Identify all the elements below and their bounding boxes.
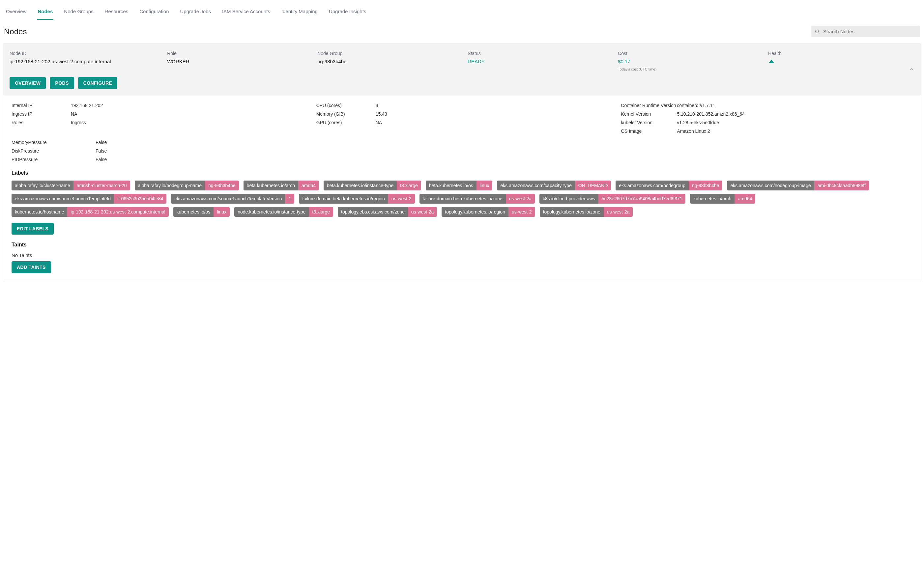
label-value: us-west-2a	[408, 207, 437, 217]
details-mid-column: CPU (cores)4Memory (GiB)15.43GPU (cores)…	[316, 103, 608, 134]
label-value: us-west-2	[388, 194, 415, 204]
summary-node-id: Node ID ip-192-168-21-202.us-west-2.comp…	[9, 51, 163, 71]
detail-value: 5.10.210-201.852.amzn2.x86_64	[677, 111, 912, 116]
pressure-label: MemoryPressure	[12, 140, 95, 145]
label-chip: kubernetes.io/hostnameip-192-168-21-202.…	[12, 207, 169, 217]
node-details: Internal IP192.168.21.202Ingress IPNARol…	[3, 95, 921, 281]
detail-label: GPU (cores)	[316, 120, 375, 125]
label-key: failure-domain.beta.kubernetes.io/region	[299, 194, 388, 204]
pods-button[interactable]: PODS	[50, 77, 74, 89]
label-key: kubernetes.io/os	[173, 207, 214, 217]
label-key: beta.kubernetes.io/os	[426, 181, 477, 190]
tabs-bar: OverviewNodesNode GroupsResourcesConfigu…	[3, 3, 921, 20]
pressure-value: False	[95, 148, 912, 153]
detail-value: 15.43	[375, 111, 608, 116]
search-input[interactable]	[811, 26, 920, 37]
label-value: amrish-cluster-march-20	[74, 181, 130, 190]
tab-iam-service-accounts[interactable]: IAM Service Accounts	[221, 6, 271, 20]
label-value: linux	[213, 207, 230, 217]
add-taints-button[interactable]: ADD TAINTS	[12, 261, 51, 273]
label-chip: failure-domain.beta.kubernetes.io/region…	[299, 194, 415, 204]
label-key: beta.kubernetes.io/instance-type	[323, 181, 397, 190]
label-key: topology.kubernetes.io/zone	[540, 207, 604, 217]
label-key: alpha.rafay.io/nodegroup-name	[135, 181, 205, 190]
pressure-value: False	[95, 157, 912, 162]
collapse-toggle[interactable]	[909, 67, 915, 73]
label-key: eks.amazonaws.com/capacityType	[497, 181, 575, 190]
detail-value: Ingress	[71, 120, 303, 125]
overview-button[interactable]: OVERVIEW	[9, 77, 46, 89]
label-chip: failure-domain.beta.kubernetes.io/zoneus…	[420, 194, 535, 204]
label-key: eks.amazonaws.com/nodegroup-image	[727, 181, 814, 190]
label-value: ON_DEMAND	[575, 181, 611, 190]
tab-configuration[interactable]: Configuration	[139, 6, 169, 20]
label-key: failure-domain.beta.kubernetes.io/zone	[420, 194, 506, 204]
label-value: lt-0652c3b25eb04fe84	[114, 194, 166, 204]
label-value: t3.xlarge	[397, 181, 421, 190]
detail-label: kubelet Version	[621, 120, 677, 125]
tab-nodes[interactable]: Nodes	[37, 6, 54, 20]
svg-line-1	[818, 33, 819, 34]
labels-heading: Labels	[12, 170, 912, 176]
label-chip: topology.ebs.csi.aws.com/zoneus-west-2a	[338, 207, 437, 217]
label-value: linux	[477, 181, 493, 190]
health-up-icon	[768, 59, 775, 65]
label-key: alpha.rafay.io/cluster-name	[12, 181, 74, 190]
configure-button[interactable]: CONFIGURE	[78, 77, 118, 89]
edit-labels-button[interactable]: EDIT LABELS	[12, 223, 54, 234]
detail-value: Amazon Linux 2	[677, 129, 912, 134]
summary-role: Role WORKER	[167, 51, 313, 71]
label-key: eks.amazonaws.com/sourceLaunchTemplateVe…	[171, 194, 285, 204]
tab-identity-mapping[interactable]: Identity Mapping	[281, 6, 318, 20]
taints-heading: Taints	[12, 242, 912, 248]
tab-resources[interactable]: Resources	[104, 6, 129, 20]
tab-upgrade-jobs[interactable]: Upgrade Jobs	[179, 6, 211, 20]
detail-value: 4	[375, 103, 608, 108]
label-chip: kubernetes.io/archamd64	[690, 194, 755, 204]
tab-overview[interactable]: Overview	[5, 6, 28, 20]
label-chip: topology.kubernetes.io/zoneus-west-2a	[540, 207, 633, 217]
label-value: amd64	[734, 194, 755, 204]
label-chip: kubernetes.io/oslinux	[173, 207, 230, 217]
pressure-label: PIDPressure	[12, 157, 95, 162]
detail-value: 192.168.21.202	[71, 103, 303, 108]
summary-cost: Cost $0.17 Today's cost (UTC time)	[618, 51, 764, 71]
search-icon	[815, 29, 820, 34]
detail-label: CPU (cores)	[316, 103, 375, 108]
chevron-up-icon	[909, 67, 915, 72]
tab-upgrade-insights[interactable]: Upgrade Insights	[328, 6, 367, 20]
pressure-value: False	[95, 140, 912, 145]
label-value: ng-93b3b4be	[689, 181, 723, 190]
label-chip: eks.amazonaws.com/capacityTypeON_DEMAND	[497, 181, 611, 190]
label-chip: eks.amazonaws.com/nodegroupng-93b3b4be	[616, 181, 722, 190]
search-wrap	[811, 26, 920, 37]
page-header: Nodes	[3, 26, 921, 37]
label-value: ng-93b3b4be	[205, 181, 239, 190]
label-value: t3.xlarge	[309, 207, 333, 217]
node-summary: Node ID ip-192-168-21-202.us-west-2.comp…	[3, 43, 921, 95]
label-key: kubernetes.io/arch	[690, 194, 734, 204]
role-label: Role	[167, 51, 313, 56]
detail-value: v1.28.5-eks-5e0fdde	[677, 120, 912, 125]
detail-label: Kernel Version	[621, 111, 677, 116]
taints-none-text: No Taints	[12, 252, 912, 258]
page-title: Nodes	[4, 27, 27, 36]
status-label: Status	[467, 51, 614, 56]
label-chip: alpha.rafay.io/cluster-nameamrish-cluste…	[12, 181, 130, 190]
detail-label: OS Image	[621, 129, 677, 134]
label-key: node.kubernetes.io/instance-type	[234, 207, 309, 217]
summary-health: Health	[768, 51, 915, 71]
cost-value: $0.17	[618, 58, 764, 65]
role-value: WORKER	[167, 58, 313, 65]
label-key: topology.ebs.csi.aws.com/zone	[338, 207, 408, 217]
label-value: amd64	[298, 181, 319, 190]
label-key: beta.kubernetes.io/arch	[244, 181, 298, 190]
detail-label: Container Runtime Version	[621, 103, 677, 108]
status-value: READY	[467, 58, 614, 65]
label-chip: node.kubernetes.io/instance-typet3.xlarg…	[234, 207, 333, 217]
node-card: Node ID ip-192-168-21-202.us-west-2.comp…	[3, 43, 921, 281]
health-label: Health	[768, 51, 915, 56]
label-chip: k8s.io/cloud-provider-aws5c28e2607d7b7aa…	[539, 194, 685, 204]
pressure-label: DiskPressure	[12, 148, 95, 153]
tab-node-groups[interactable]: Node Groups	[63, 6, 94, 20]
